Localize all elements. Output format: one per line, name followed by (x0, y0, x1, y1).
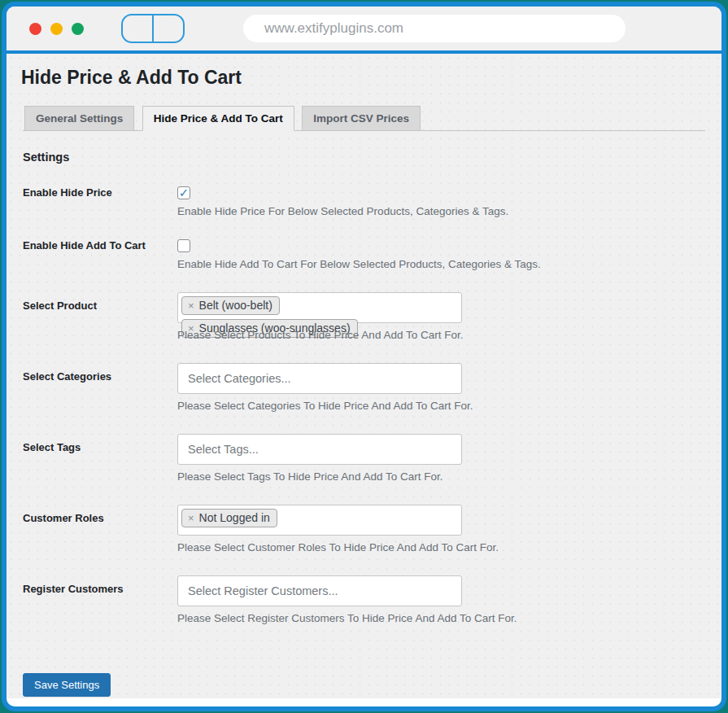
field-description: Please Select Customer Roles To Hide Pri… (177, 541, 705, 553)
selected-chip: ×Belt (woo-belt) (181, 296, 280, 315)
page-content: Hide Price & Add To Cart General Setting… (7, 54, 721, 698)
page-title: Hide Price & Add To Cart (21, 67, 705, 89)
field-row-select-tags: Select Tags Please Select Tags To Hide P… (23, 434, 705, 483)
selected-chip: ×Not Logged in (181, 509, 277, 527)
enable-hide-add-to-cart-checkbox[interactable] (177, 239, 190, 252)
remove-icon[interactable]: × (188, 300, 194, 312)
back-button[interactable] (123, 15, 152, 42)
tab-import-csv-prices[interactable]: Import CSV Prices (302, 106, 421, 131)
register-customers-input[interactable] (177, 575, 462, 606)
browser-window: www.extifyplugins.com Hide Price & Add T… (2, 2, 726, 711)
field-description: Enable Hide Add To Cart For Below Select… (177, 258, 705, 270)
select-tags-input[interactable] (177, 434, 462, 465)
checkmark-icon: ✓ (179, 186, 190, 199)
field-row-register-customers: Register Customers Please Select Registe… (23, 575, 705, 624)
select-categories-text-input[interactable] (181, 366, 458, 391)
tab-general-settings[interactable]: General Settings (24, 106, 134, 131)
field-row-select-categories: Select Categories Please Select Categori… (23, 363, 705, 412)
field-description: Please Select Products To Hide Price And… (177, 329, 705, 341)
customer-roles-input[interactable]: ×Not Logged in (177, 505, 462, 536)
field-row-enable-hide-add-to-cart: Enable Hide Add To Cart Enable Hide Add … (23, 239, 705, 270)
save-settings-button[interactable]: Save Settings (23, 673, 111, 697)
select-categories-input[interactable] (177, 363, 462, 394)
browser-chrome: www.extifyplugins.com (7, 7, 721, 54)
url-bar[interactable]: www.extifyplugins.com (243, 15, 626, 42)
forward-button[interactable] (154, 15, 183, 42)
field-row-enable-hide-price: Enable Hide Price ✓ Enable Hide Price Fo… (23, 186, 705, 217)
tab-bar: General Settings Hide Price & Add To Car… (23, 106, 705, 131)
close-window-icon[interactable] (29, 23, 41, 35)
tab-hide-price-add-to-cart[interactable]: Hide Price & Add To Cart (142, 106, 294, 131)
traffic-lights (29, 23, 84, 35)
select-tags-text-input[interactable] (181, 437, 458, 461)
field-row-select-product: Select Product ×Belt (woo-belt) ×Sunglas… (23, 292, 705, 341)
field-description: Enable Hide Price For Below Selected Pro… (177, 205, 705, 217)
remove-icon[interactable]: × (188, 512, 194, 524)
field-description: Please Select Register Customers To Hide… (177, 612, 705, 624)
url-text: www.extifyplugins.com (264, 20, 403, 37)
minimize-window-icon[interactable] (50, 23, 63, 35)
nav-buttons (121, 14, 185, 43)
field-description: Please Select Categories To Hide Price A… (177, 400, 705, 412)
field-label: Enable Hide Add To Cart (23, 239, 177, 270)
field-label: Select Categories (23, 363, 177, 412)
field-label: Enable Hide Price (23, 186, 177, 217)
field-label: Select Tags (23, 434, 177, 483)
chip-label: Belt (woo-belt) (199, 299, 272, 312)
register-customers-text-input[interactable] (181, 579, 458, 603)
select-product-input[interactable]: ×Belt (woo-belt) ×Sunglasses (woo-sungla… (177, 292, 462, 323)
section-heading: Settings (23, 151, 705, 164)
field-row-customer-roles: Customer Roles ×Not Logged in Please Sel… (23, 505, 705, 553)
field-description: Please Select Tags To Hide Price And Add… (177, 470, 705, 483)
zoom-window-icon[interactable] (72, 23, 84, 35)
enable-hide-price-checkbox[interactable]: ✓ (177, 186, 190, 199)
chip-label: Not Logged in (199, 511, 270, 524)
field-label: Register Customers (23, 575, 177, 624)
field-label: Select Product (23, 292, 177, 341)
field-label: Customer Roles (23, 505, 177, 553)
